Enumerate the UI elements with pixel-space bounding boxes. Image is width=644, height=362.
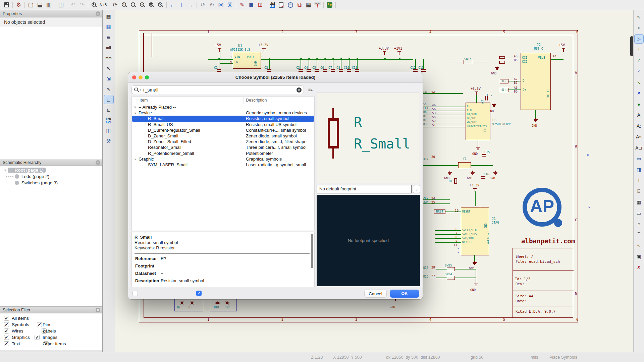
fields-table-button[interactable]: ▦	[304, 1, 313, 9]
open-pcb-button[interactable]	[325, 1, 334, 9]
browse-libraries-button[interactable]: ≣	[247, 1, 256, 9]
circle-tool-icon[interactable]: ○	[635, 220, 643, 228]
chevron-down-icon[interactable]: ⌄	[413, 185, 420, 193]
hier-sheet-tool-icon[interactable]: ▭	[635, 154, 643, 163]
place-repeated-copies-checkbox[interactable]	[132, 291, 138, 296]
filter-checkbox-graphics[interactable]: ✓	[4, 335, 9, 340]
chevron-right-icon[interactable]: >	[134, 104, 136, 110]
filter-checkbox-images[interactable]: ✓	[35, 335, 40, 340]
symbol-list-row[interactable]: >-- Already Placed --	[132, 104, 314, 110]
symbol-list-row[interactable]: ∨GraphicGraphical symbols	[132, 156, 314, 162]
zoom-selection-button[interactable]: ▨	[147, 1, 156, 9]
draw-wire-tool-icon[interactable]: ∕	[635, 56, 643, 65]
details-scrollbar[interactable]	[311, 234, 313, 268]
symbol-list-header[interactable]: Item Description	[132, 97, 314, 104]
filter-checkbox-symbols[interactable]: ✓	[4, 322, 9, 327]
schematic-setup-button[interactable]: ⚙	[14, 1, 23, 9]
highlight-net-icon[interactable]: ⌖	[635, 23, 643, 32]
save-button[interactable]	[2, 1, 11, 9]
canvas-vertical-scrollbar[interactable]	[630, 36, 633, 56]
annotate-auto-icon[interactable]: R??R42	[104, 116, 113, 125]
zoom-fit-button[interactable]: A	[90, 1, 99, 9]
window-close-button[interactable]	[132, 75, 136, 79]
grid-overrides-icon[interactable]: ▦	[104, 22, 113, 31]
hier-label-tool-icon[interactable]: A⊐	[635, 143, 643, 152]
junction-tool-icon[interactable]: ●	[635, 100, 643, 109]
symbol-list-row[interactable]: R_SmallResistor, small symbol	[132, 116, 314, 121]
global-label-tool-icon[interactable]: A»	[635, 132, 643, 141]
place-power-tool-icon[interactable]: ⊥	[635, 45, 643, 54]
ninety-degree-wire-icon[interactable]: ∟	[104, 95, 113, 104]
close-icon[interactable]: ✕	[96, 160, 100, 165]
redo-button[interactable]: ↷	[77, 1, 87, 9]
symbol-list-row[interactable]: R_Small_USResistor, small US symbol	[132, 122, 314, 127]
zoom-in-button[interactable]: +	[120, 1, 129, 9]
find-replace-button[interactable]: A⇢B	[99, 1, 108, 9]
no-connect-tool-icon[interactable]: ✕	[635, 89, 643, 98]
sort-order-button[interactable]: ≡↓	[307, 86, 315, 94]
edit-fields-button[interactable]: ⊞	[256, 1, 265, 9]
chevron-down-icon[interactable]: ∨	[134, 110, 137, 116]
filter-checkbox-pins[interactable]: ✓	[37, 322, 42, 327]
text-tool-icon[interactable]: T	[635, 176, 643, 185]
units-inches-button[interactable]: in	[104, 33, 113, 42]
paste-button[interactable]: ◫	[56, 1, 65, 9]
properties-panel-toggle-icon[interactable]: ◫	[104, 126, 113, 135]
print-button[interactable]: ▤	[35, 1, 44, 9]
bom-export-button[interactable]: .bom⇡	[313, 1, 322, 9]
default-footprint-select[interactable]: No default footprint	[317, 185, 412, 193]
assign-footprints-button[interactable]: ⧉	[295, 1, 304, 9]
close-icon[interactable]: ✕	[96, 11, 100, 16]
hierarchy-selected-row[interactable]: Root (page 1)	[8, 168, 46, 173]
symbol-list-row[interactable]: Resonator_SmallThree pin cera...r, small…	[132, 144, 314, 150]
symbol-search-field[interactable]: ▾ ✕	[131, 85, 304, 94]
bezier-tool-icon[interactable]: ∿	[635, 241, 643, 250]
zoom-out-button[interactable]: −	[129, 1, 138, 9]
wire-to-bus-entry-icon[interactable]: ↘	[635, 78, 643, 87]
sheet-pin-tool-icon[interactable]: ◨	[635, 165, 643, 174]
draw-bus-tool-icon[interactable]: ∕	[635, 67, 643, 76]
place-symbol-tool-icon[interactable]: ▷	[635, 35, 643, 43]
hierarchy-item[interactable]: Leds (page 2)	[0, 173, 102, 180]
hierarchy-item[interactable]: ∨Root (page 1)	[0, 167, 102, 173]
image-tool-icon[interactable]: ▣	[635, 252, 643, 261]
zoom-objects-button[interactable]: ↖	[156, 1, 165, 9]
hierarchy-item-label[interactable]: Switches (page 3)	[21, 180, 58, 185]
units-mm-button[interactable]: mm	[104, 54, 113, 62]
zoom-page-button[interactable]: ▭	[138, 1, 147, 9]
window-minimize-button[interactable]	[139, 75, 143, 79]
close-icon[interactable]: ✕	[96, 308, 100, 312]
refresh-button[interactable]: ⟳	[111, 1, 120, 9]
dialog-titlebar[interactable]: Choose Symbol (22585 items loaded)	[128, 72, 423, 83]
cancel-button[interactable]: Cancel	[364, 290, 387, 298]
symbol-list-row[interactable]: D_Zener_Small_FilledZener diode, sm...l,…	[132, 139, 314, 144]
nav-up-button[interactable]: ↑	[177, 1, 186, 9]
symbol-list-row[interactable]: D_Current-regulator_SmallConstant-curre.…	[132, 127, 314, 133]
free-angle-wire-icon[interactable]: ∿	[104, 85, 113, 94]
symbol-list-row[interactable]: R_Potentiometer_SmallPotentiometer	[132, 150, 314, 156]
hierarchy-navigator-icon[interactable]: ⇲	[104, 74, 113, 83]
rotate-ccw-button[interactable]: ↺	[198, 1, 207, 9]
rectangle-tool-icon[interactable]: ▭	[635, 209, 643, 218]
chevron-down-icon[interactable]: ∨	[134, 156, 137, 162]
nav-forward-button[interactable]: →	[186, 1, 195, 9]
units-mils-button[interactable]: mil	[104, 43, 113, 52]
rotate-cw-button[interactable]: ↻	[207, 1, 216, 9]
hierarchy-item-label[interactable]: Leds (page 2)	[21, 174, 49, 179]
column-item[interactable]: Item	[140, 98, 148, 103]
grid-visibility-icon[interactable]: ▦	[104, 12, 113, 21]
fortyfive-degree-wire-icon[interactable]: ⊾	[104, 106, 113, 114]
window-zoom-button[interactable]	[145, 75, 149, 79]
cursor-shape-icon[interactable]: ↖	[104, 64, 113, 73]
symbol-list-row[interactable]: D_Zener_SmallZener diode, small symbol	[132, 133, 314, 139]
annotate-button[interactable]: R??R42	[268, 1, 277, 9]
textbox-tool-icon[interactable]: ⌸	[635, 187, 643, 196]
mirror-h-button[interactable]: ⋈	[225, 1, 234, 9]
arc-tool-icon[interactable]: ⌒	[635, 231, 643, 239]
edit-symbol-button[interactable]: ✎	[237, 1, 247, 9]
page-settings-button[interactable]: ▢	[26, 1, 35, 9]
table-tool-icon[interactable]: ▦	[635, 198, 643, 206]
filter-checkbox-wires[interactable]: ✓	[4, 328, 9, 334]
nav-back-button[interactable]: ←	[168, 1, 177, 9]
erc-button[interactable]	[277, 1, 286, 9]
